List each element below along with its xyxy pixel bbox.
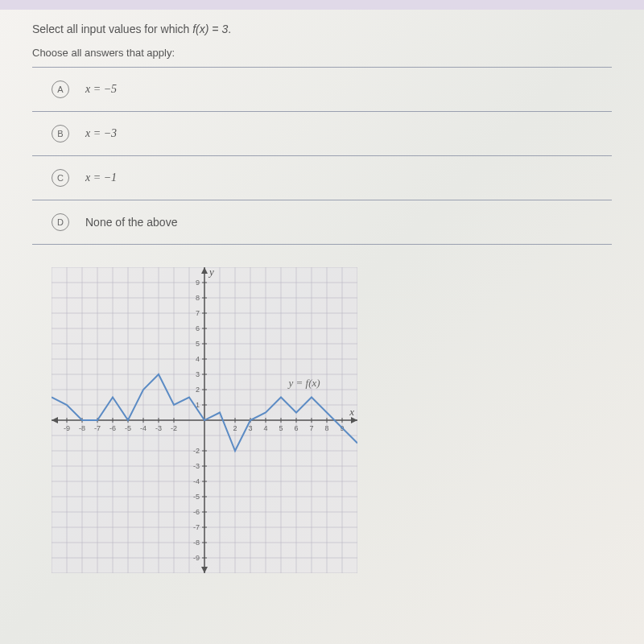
svg-text:-3: -3 (193, 462, 200, 470)
svg-text:-6: -6 (109, 424, 116, 432)
svg-text:-4: -4 (193, 477, 200, 485)
svg-text:7: 7 (196, 309, 200, 317)
choice-c[interactable]: C x = −1 (32, 156, 612, 200)
svg-text:2: 2 (233, 424, 237, 432)
svg-text:-9: -9 (193, 554, 200, 562)
choice-text: x = −1 (85, 171, 117, 184)
choice-list: A x = −5 B x = −3 C x = −1 D None of the… (32, 67, 612, 245)
svg-text:7: 7 (309, 424, 313, 432)
choice-text: None of the above (85, 216, 177, 229)
function-graph: -9-8-7-6-5-4-3-223456789-9-8-7-6-5-4-3-2… (52, 267, 357, 573)
choice-a[interactable]: A x = −5 (32, 68, 612, 112)
svg-text:y = f(x): y = f(x) (287, 377, 320, 389)
svg-text:-3: -3 (155, 424, 162, 432)
svg-text:-9: -9 (64, 424, 70, 432)
svg-text:-5: -5 (125, 424, 131, 432)
svg-text:6: 6 (196, 324, 200, 332)
choice-text: x = −3 (85, 127, 117, 140)
svg-text:-6: -6 (193, 508, 200, 516)
svg-text:6: 6 (294, 424, 298, 432)
svg-text:-2: -2 (171, 424, 177, 432)
svg-text:3: 3 (196, 370, 200, 378)
choice-b[interactable]: B x = −3 (32, 112, 612, 156)
choice-letter-icon: D (52, 213, 69, 231)
choice-letter-icon: A (52, 80, 69, 98)
svg-text:8: 8 (196, 294, 200, 302)
svg-text:4: 4 (263, 424, 267, 432)
choice-text: x = −5 (85, 83, 117, 96)
choice-d[interactable]: D None of the above (32, 200, 612, 245)
svg-text:-7: -7 (193, 523, 200, 531)
svg-text:-2: -2 (193, 447, 200, 455)
svg-text:5: 5 (279, 424, 283, 432)
question-text: Select all input values for which f(x) =… (32, 23, 612, 35)
svg-text:2: 2 (196, 386, 200, 394)
svg-text:x: x (349, 406, 354, 418)
svg-text:-7: -7 (94, 424, 101, 432)
svg-text:y: y (208, 267, 214, 278)
choice-letter-icon: C (52, 169, 69, 187)
instruction-text: Choose all answers that apply: (32, 47, 612, 59)
choice-letter-icon: B (52, 125, 69, 142)
svg-text:-8: -8 (79, 424, 85, 432)
svg-text:3: 3 (248, 424, 252, 432)
svg-text:4: 4 (196, 355, 200, 363)
svg-text:-5: -5 (193, 493, 200, 501)
svg-text:5: 5 (196, 340, 200, 348)
svg-text:8: 8 (324, 424, 328, 432)
svg-text:-4: -4 (140, 424, 147, 432)
graph-container: -9-8-7-6-5-4-3-223456789-9-8-7-6-5-4-3-2… (52, 267, 612, 573)
svg-text:9: 9 (196, 279, 200, 287)
svg-text:-8: -8 (193, 539, 200, 547)
